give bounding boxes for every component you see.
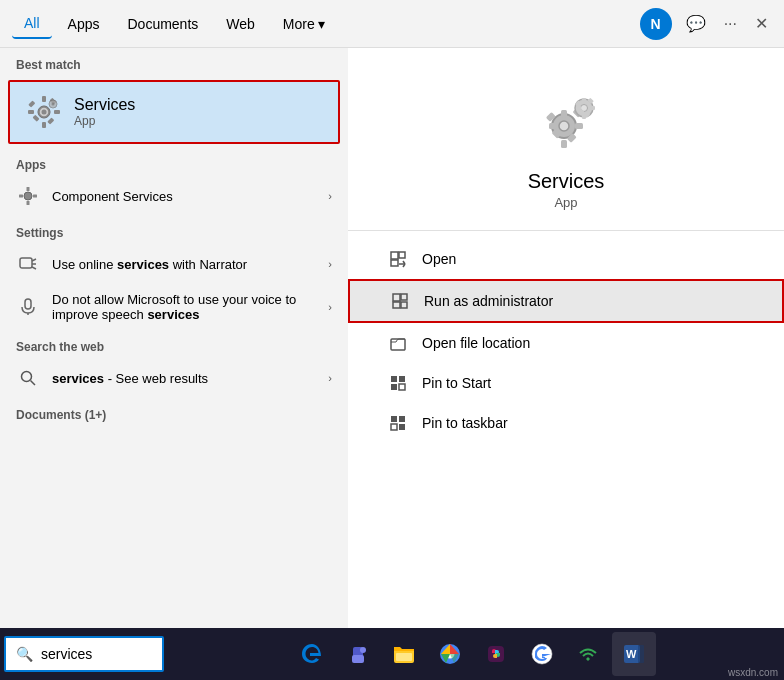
action-list: Open Run as administrator xyxy=(348,231,784,451)
svg-rect-5 xyxy=(28,101,35,108)
svg-rect-1 xyxy=(42,96,46,102)
component-services-label: Component Services xyxy=(52,189,316,204)
main-container: Best match xyxy=(0,48,784,628)
action-open-label: Open xyxy=(422,251,456,267)
svg-rect-6 xyxy=(47,118,54,125)
svg-rect-67 xyxy=(352,655,364,663)
svg-rect-63 xyxy=(391,424,397,430)
best-match-title: Services xyxy=(74,96,135,114)
svg-rect-69 xyxy=(396,653,412,661)
right-panel: Services App Open xyxy=(348,48,784,628)
action-pin-start[interactable]: Pin to Start xyxy=(348,363,784,403)
web-search-arrow: › xyxy=(328,372,332,384)
avatar[interactable]: N xyxy=(640,8,672,40)
more-options-button[interactable]: ··· xyxy=(720,11,741,37)
search-web-label: Search the web xyxy=(0,330,348,358)
svg-rect-62 xyxy=(399,416,405,422)
voice-icon xyxy=(16,295,40,319)
svg-point-12 xyxy=(52,103,55,106)
best-match-item[interactable]: Services App xyxy=(8,80,340,144)
taskbar-search-icon: 🔍 xyxy=(16,646,33,662)
taskbar: 🔍 xyxy=(0,628,784,680)
svg-rect-46 xyxy=(391,252,398,259)
action-open-file-loc-label: Open file location xyxy=(422,335,530,351)
svg-point-10 xyxy=(42,110,47,115)
narrator-icon xyxy=(16,252,40,276)
pin-taskbar-icon xyxy=(388,413,408,433)
svg-point-66 xyxy=(360,647,366,653)
taskbar-search-input[interactable] xyxy=(41,646,152,662)
taskbar-teams-icon[interactable] xyxy=(336,632,380,676)
svg-rect-55 xyxy=(401,302,407,308)
top-nav-right: N 💬 ··· ✕ xyxy=(640,8,772,40)
svg-rect-41 xyxy=(590,106,595,110)
taskbar-chrome-icon[interactable] xyxy=(428,632,472,676)
component-services-arrow: › xyxy=(328,190,332,202)
svg-rect-64 xyxy=(399,424,405,430)
taskbar-search-box[interactable]: 🔍 xyxy=(4,636,164,672)
close-button[interactable]: ✕ xyxy=(751,10,772,37)
web-search-item[interactable]: services - See web results › xyxy=(0,358,348,398)
taskbar-google-icon[interactable] xyxy=(520,632,564,676)
taskbar-word-icon[interactable]: W xyxy=(612,632,656,676)
svg-point-24 xyxy=(22,372,32,382)
apps-label: Apps xyxy=(0,148,348,176)
more-label: More xyxy=(283,16,315,32)
right-app-title: Services xyxy=(528,170,605,193)
tab-all[interactable]: All xyxy=(12,9,52,39)
svg-text:W: W xyxy=(626,648,637,660)
documents-label: Documents (1+) xyxy=(0,398,348,426)
action-open[interactable]: Open xyxy=(348,239,784,279)
tab-more[interactable]: More ▾ xyxy=(271,10,337,38)
svg-rect-48 xyxy=(399,252,405,258)
taskbar-wifi-icon[interactable] xyxy=(566,632,610,676)
svg-rect-2 xyxy=(42,122,46,128)
right-app-subtitle: App xyxy=(554,195,577,210)
svg-rect-38 xyxy=(582,98,586,103)
right-top: Services App xyxy=(348,68,784,231)
action-run-as-admin-label: Run as administrator xyxy=(424,293,553,309)
svg-rect-17 xyxy=(33,195,37,198)
tab-web[interactable]: Web xyxy=(214,10,267,38)
svg-rect-16 xyxy=(19,195,23,198)
svg-rect-52 xyxy=(393,294,400,301)
svg-rect-40 xyxy=(576,106,581,110)
action-run-as-admin[interactable]: Run as administrator xyxy=(348,279,784,323)
svg-rect-3 xyxy=(28,110,34,114)
top-nav: All Apps Documents Web More ▾ N 💬 ··· ✕ xyxy=(0,0,784,48)
taskbar-edge-icon[interactable] xyxy=(290,632,334,676)
taskbar-slack-icon[interactable] xyxy=(474,632,518,676)
run-as-admin-icon xyxy=(390,291,410,311)
svg-rect-8 xyxy=(33,115,40,122)
svg-rect-47 xyxy=(391,260,398,266)
svg-line-21 xyxy=(32,267,36,269)
svg-rect-14 xyxy=(27,187,30,191)
taskbar-icons: W xyxy=(166,632,780,676)
action-open-file-loc[interactable]: Open file location xyxy=(348,323,784,363)
svg-rect-28 xyxy=(561,110,567,118)
voice-services-item[interactable]: Do not allow Microsoft to use your voice… xyxy=(0,284,348,330)
narrator-services-item[interactable]: Use online services with Narrator › xyxy=(0,244,348,284)
feedback-button[interactable]: 💬 xyxy=(682,10,710,37)
narrator-arrow: › xyxy=(328,258,332,270)
svg-point-27 xyxy=(559,121,569,131)
action-pin-start-label: Pin to Start xyxy=(422,375,491,391)
svg-line-25 xyxy=(31,381,36,386)
action-pin-taskbar[interactable]: Pin to taskbar xyxy=(348,403,784,443)
tab-documents[interactable]: Documents xyxy=(115,10,210,38)
voice-label: Do not allow Microsoft to use your voice… xyxy=(52,292,316,322)
svg-point-13 xyxy=(24,192,32,200)
svg-rect-57 xyxy=(391,376,397,382)
component-services-item[interactable]: Component Services › xyxy=(0,176,348,216)
tab-apps[interactable]: Apps xyxy=(56,10,112,38)
svg-rect-61 xyxy=(391,416,397,422)
taskbar-explorer-icon[interactable] xyxy=(382,632,426,676)
pin-start-icon xyxy=(388,373,408,393)
watermark: wsxdn.com xyxy=(728,667,778,678)
more-chevron-icon: ▾ xyxy=(318,16,325,32)
best-match-text: Services App xyxy=(74,96,135,128)
svg-rect-29 xyxy=(561,140,567,148)
svg-rect-15 xyxy=(27,201,30,205)
svg-rect-22 xyxy=(25,299,31,309)
action-pin-taskbar-label: Pin to taskbar xyxy=(422,415,508,431)
